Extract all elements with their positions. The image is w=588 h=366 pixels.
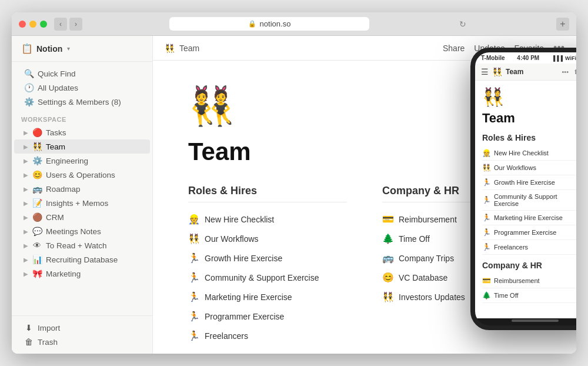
- phone-list-item-freelancers[interactable]: 🏃 Freelancers •••: [482, 240, 576, 255]
- meetings-icon: 💬: [32, 227, 42, 236]
- growth-hire-icon: 🏃: [188, 252, 200, 264]
- chevron-right-icon: ▶: [24, 144, 28, 150]
- phone-list-item-reimbursement[interactable]: 💳 Reimbursement •••: [482, 274, 576, 288]
- phone-status-bar: T-Mobile 4:40 PM ▐▐▐ WiFi 78%: [475, 52, 576, 64]
- time-off-label: Time Off: [399, 234, 430, 244]
- nav-arrows: ‹ ›: [54, 18, 82, 31]
- meetings-label: Meetings Notes: [46, 227, 101, 236]
- sidebar-item-quick-find[interactable]: 🔍 Quick Find: [14, 66, 150, 81]
- company-trips-icon: 🚌: [382, 252, 394, 264]
- phone-overlay: T-Mobile 4:40 PM ▐▐▐ WiFi 78% ☰ 👯 Team •…: [470, 48, 576, 330]
- phone-our-workflows-label: Our Workflows: [494, 164, 536, 171]
- phone-list-left: 🌲 Time Off: [482, 291, 519, 300]
- sidebar-item-trash[interactable]: 🗑 Trash: [14, 335, 150, 349]
- phone-menu-icon[interactable]: ☰: [481, 67, 489, 76]
- team-label: Team: [46, 142, 65, 151]
- sidebar-item-team[interactable]: ▶ 👯 Team: [14, 139, 150, 154]
- community-support-icon: 🏃: [188, 272, 200, 283]
- team-icon: 👯: [32, 142, 42, 151]
- workspace-section-label: WORKSPACE: [12, 109, 152, 125]
- phone-list-item-new-hire[interactable]: 👷 New Hire Checklist •••: [482, 146, 576, 161]
- url-text: notion.so: [260, 19, 291, 28]
- sidebar-item-all-updates[interactable]: 🕐 All Updates: [14, 81, 150, 95]
- phone-list-item-our-workflows[interactable]: 👯 Our Workflows •••: [482, 161, 576, 175]
- sidebar-item-roadmap[interactable]: ▶ 🚌 Roadmap: [14, 182, 150, 196]
- phone-list-item-time-off[interactable]: 🌲 Time Off •••: [482, 288, 576, 303]
- phone-community-icon: 🏃: [482, 196, 491, 204]
- phone-programmer-icon: 🏃: [482, 228, 491, 237]
- phone-list-left: 🏃 Growth Hire Exercise: [482, 178, 555, 187]
- list-item-our-workflows[interactable]: 👯 Our Workflows: [188, 229, 347, 248]
- marketing-label: Marketing: [46, 269, 81, 278]
- forward-button[interactable]: ›: [69, 18, 82, 31]
- our-workflows-icon: 👯: [188, 233, 200, 244]
- clock-icon: 🕐: [24, 83, 34, 92]
- sidebar-item-tasks[interactable]: ▶ 🔴 Tasks: [14, 125, 150, 139]
- community-support-label: Community & Support Exercise: [205, 273, 319, 282]
- sidebar-item-meetings[interactable]: ▶ 💬 Meetings Notes: [14, 224, 150, 238]
- wifi-icon: WiFi: [565, 55, 576, 61]
- phone-list-item-programmer[interactable]: 🏃 Programmer Exercise •••: [482, 225, 576, 240]
- minimize-button[interactable]: [29, 21, 36, 28]
- phone-list-item-growth-hire[interactable]: 🏃 Growth Hire Exercise •••: [482, 175, 576, 190]
- marketing-hire-icon: 🏃: [188, 291, 200, 302]
- sidebar-item-crm[interactable]: ▶ 🟤 CRM: [14, 210, 150, 224]
- sidebar-item-engineering[interactable]: ▶ ⚙️ Engineering: [14, 154, 150, 168]
- lock-icon: 🔒: [248, 20, 256, 28]
- share-button[interactable]: Share: [443, 44, 465, 53]
- reload-button[interactable]: ↻: [456, 18, 469, 31]
- phone-page-emoji: 👯: [482, 86, 576, 107]
- phone-list-left: 👯 Our Workflows: [482, 164, 536, 172]
- vc-database-icon: 😊: [382, 272, 394, 283]
- our-workflows-label: Our Workflows: [205, 234, 259, 244]
- phone-home-indicator[interactable]: [512, 320, 559, 322]
- maximize-button[interactable]: [40, 21, 47, 28]
- chevron-right-icon: ▶: [24, 172, 28, 178]
- url-bar[interactable]: 🔒 notion.so: [169, 17, 369, 31]
- phone-list-left: 🏃 Marketing Hire Exercise: [482, 214, 563, 222]
- list-item-community-support[interactable]: 🏃 Community & Support Exercise: [188, 268, 347, 287]
- phone-list-left: 🏃 Freelancers: [482, 243, 528, 251]
- roles-hires-header: Roles & Hires: [188, 185, 347, 202]
- programmer-exercise-icon: 🏃: [188, 311, 200, 322]
- trash-icon: 🗑: [24, 337, 34, 347]
- sidebar-item-insights[interactable]: ▶ 📝 Insights + Memos: [14, 196, 150, 210]
- list-item-freelancers[interactable]: 🏃 Freelancers: [188, 326, 347, 345]
- list-item-programmer-exercise[interactable]: 🏃 Programmer Exercise: [188, 307, 347, 326]
- phone-roles-hires-header: Roles & Hires: [482, 133, 576, 142]
- sidebar-header[interactable]: 📋 Notion ▾: [12, 36, 152, 62]
- quick-find-label: Quick Find: [38, 69, 76, 78]
- chevron-right-icon: ▶: [24, 158, 28, 164]
- phone-list-item-marketing-hire[interactable]: 🏃 Marketing Hire Exercise •••: [482, 211, 576, 225]
- page-breadcrumb-icon: 👯: [165, 44, 175, 53]
- phone-more-icon[interactable]: •••: [562, 68, 569, 76]
- main-content: 👯 Team Share Updates Favorite ••• 👯 Team…: [153, 36, 576, 354]
- sidebar-item-to-read[interactable]: ▶ 👁 To Read + Watch: [14, 238, 150, 252]
- close-button[interactable]: [19, 21, 26, 28]
- sidebar-item-users-ops[interactable]: ▶ 😊 Users & Operations: [14, 168, 150, 182]
- list-item-marketing-hire[interactable]: 🏃 Marketing Hire Exercise: [188, 287, 347, 307]
- search-icon: 🔍: [24, 69, 34, 78]
- import-icon: ⬇: [24, 323, 34, 332]
- phone-time-off-icon: 🌲: [482, 291, 491, 300]
- sidebar-item-marketing[interactable]: ▶ 🎀 Marketing: [14, 267, 150, 281]
- investors-updates-icon: 👯: [382, 291, 394, 302]
- sidebar-item-recruiting[interactable]: ▶ 📊 Recruiting Database: [14, 252, 150, 267]
- page-breadcrumb-label: Team: [179, 44, 199, 53]
- phone-content: 👯 Team Roles & Hires 👷 New Hire Checklis…: [475, 81, 576, 318]
- users-ops-icon: 😊: [32, 170, 42, 179]
- phone-share-icon[interactable]: ⬆: [573, 68, 576, 76]
- sidebar-item-settings[interactable]: ⚙️ Settings & Members (8): [14, 95, 150, 109]
- sidebar-item-import[interactable]: ⬇ Import: [14, 321, 150, 335]
- list-item-growth-hire[interactable]: 🏃 Growth Hire Exercise: [188, 248, 347, 268]
- sidebar-footer: ⬇ Import 🗑 Trash: [12, 315, 152, 354]
- tasks-icon: 🔴: [32, 128, 42, 137]
- phone-list-item-community[interactable]: 🏃 Community & Support Exercise •••: [482, 190, 576, 211]
- signal-icon: ▐▐▐: [552, 55, 563, 61]
- phone-freelancers-label: Freelancers: [494, 244, 528, 251]
- phone-list-left: 💳 Reimbursement: [482, 277, 540, 285]
- new-tab-button[interactable]: +: [556, 18, 569, 31]
- back-button[interactable]: ‹: [54, 18, 67, 31]
- list-item-new-hire[interactable]: 👷 New Hire Checklist: [188, 209, 347, 229]
- chevron-right-icon: ▶: [24, 228, 28, 235]
